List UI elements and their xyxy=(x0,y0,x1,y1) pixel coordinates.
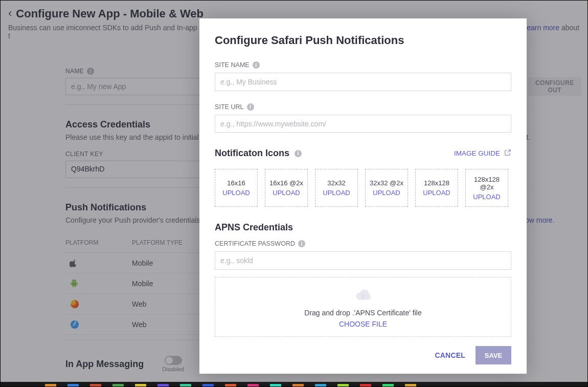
apns-credentials-heading: APNS Credentials xyxy=(215,222,511,233)
notification-icons-heading: Notificaton Icons i xyxy=(215,148,302,159)
cert-password-label: CERTIFICATE PASSWORD i xyxy=(215,240,511,247)
cert-password-label-text: CERTIFICATE PASSWORD xyxy=(215,240,295,247)
icons-heading-row: Notificaton Icons i IMAGE GUIDE xyxy=(215,148,511,159)
image-guide-link[interactable]: IMAGE GUIDE xyxy=(454,149,511,158)
taskbar-app-icon[interactable] xyxy=(270,384,281,387)
site-name-label-text: SITE NAME xyxy=(215,61,250,69)
info-icon[interactable]: i xyxy=(295,150,302,157)
slot-size: 32x32 @2x xyxy=(370,179,403,187)
slot-upload: UPLOAD xyxy=(273,189,300,197)
taskbar-app-icon[interactable] xyxy=(67,384,79,387)
taskbar-app-icon[interactable] xyxy=(135,384,146,387)
taskbar-app-icon[interactable] xyxy=(202,384,214,387)
taskbar-app-icon[interactable] xyxy=(247,384,259,387)
slot-upload: UPLOAD xyxy=(373,189,400,197)
taskbar-app-icon[interactable] xyxy=(180,384,191,387)
notification-icons-heading-text: Notificaton Icons xyxy=(215,148,289,159)
site-url-label: SITE URL i xyxy=(215,103,511,111)
image-guide-text: IMAGE GUIDE xyxy=(454,149,500,157)
taskbar-app-icon[interactable] xyxy=(360,384,371,387)
taskbar-app-icon[interactable] xyxy=(157,384,169,387)
site-url-input[interactable] xyxy=(215,115,511,133)
info-icon[interactable]: i xyxy=(247,103,254,111)
taskbar-app-icon[interactable] xyxy=(225,384,236,387)
taskbar xyxy=(0,382,588,387)
site-name-input[interactable] xyxy=(215,73,511,91)
slot-upload: UPLOAD xyxy=(222,189,250,197)
choose-file-link[interactable]: CHOOSE FILE xyxy=(339,320,387,328)
site-url-label-text: SITE URL xyxy=(215,103,244,111)
taskbar-app-icon[interactable] xyxy=(337,384,349,387)
icon-slot-16[interactable]: 16x16 UPLOAD xyxy=(215,169,258,207)
info-icon[interactable]: i xyxy=(253,61,260,69)
icon-slot-128-2x[interactable]: 128x128 @2x UPLOAD xyxy=(465,169,508,207)
site-name-label: SITE NAME i xyxy=(215,61,511,69)
modal-footer: CANCEL SAVE xyxy=(215,337,511,374)
slot-size: 32x32 xyxy=(327,179,345,187)
info-icon[interactable]: i xyxy=(298,240,305,247)
slot-size: 16x16 xyxy=(227,179,245,187)
cloud-upload-icon xyxy=(352,286,374,306)
cert-password-input[interactable] xyxy=(215,251,511,270)
certificate-dropzone[interactable]: Drag and drop .'APNS Certificate' file C… xyxy=(215,277,511,337)
taskbar-app-icon[interactable] xyxy=(382,384,394,387)
cancel-button[interactable]: CANCEL xyxy=(435,351,465,359)
external-link-icon xyxy=(504,149,511,158)
taskbar-app-icon[interactable] xyxy=(112,384,124,387)
slot-upload: UPLOAD xyxy=(473,193,500,201)
taskbar-app-icon[interactable] xyxy=(90,384,101,387)
taskbar-app-icon[interactable] xyxy=(405,384,416,387)
dropzone-text: Drag and drop .'APNS Certificate' file xyxy=(304,309,421,317)
slot-size: 128x128 xyxy=(424,179,449,187)
save-button[interactable]: SAVE xyxy=(476,346,511,364)
modal-title: Configure Safari Push Notifications xyxy=(215,34,511,47)
slot-size: 128x128 @2x xyxy=(467,176,507,191)
icon-slot-32-2x[interactable]: 32x32 @2x UPLOAD xyxy=(365,169,408,207)
icon-slot-128[interactable]: 128x128 UPLOAD xyxy=(415,169,458,207)
icon-slot-16-2x[interactable]: 16x16 @2x UPLOAD xyxy=(265,169,308,207)
taskbar-app-icon[interactable] xyxy=(45,384,56,387)
icon-slots: 16x16 UPLOAD 16x16 @2x UPLOAD 32x32 UPLO… xyxy=(215,169,511,207)
taskbar-app-icon[interactable] xyxy=(292,384,304,387)
icon-slot-32[interactable]: 32x32 UPLOAD xyxy=(315,169,358,207)
slot-upload: UPLOAD xyxy=(323,189,350,197)
slot-size: 16x16 @2x xyxy=(269,179,303,187)
slot-upload: UPLOAD xyxy=(423,189,450,197)
taskbar-app-icon[interactable] xyxy=(315,384,326,387)
safari-push-modal: Configure Safari Push Notifications SITE… xyxy=(199,18,527,374)
